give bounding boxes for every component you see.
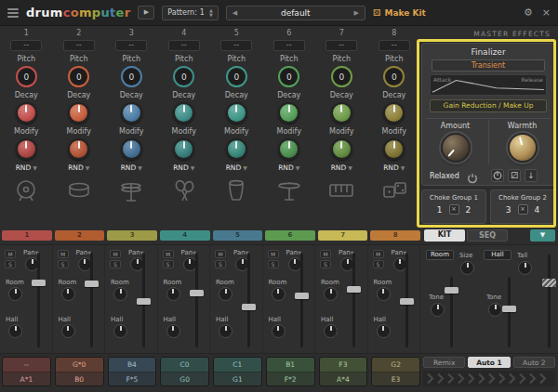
close-icon[interactable]: × [542,7,551,19]
solo-button[interactable]: S [215,260,226,268]
channel-fader-handle[interactable] [32,280,46,286]
solo-button[interactable]: S [163,260,174,268]
solo-button[interactable]: S [320,260,331,268]
mute-button[interactable]: M [110,250,121,258]
rnd-selector[interactable]: RND▼ [68,163,89,172]
modify-knob[interactable] [383,138,405,160]
note-display-top[interactable]: G2 [372,358,419,372]
settings-gear-icon[interactable]: ⚙ [524,7,533,19]
pattern-stepper[interactable]: ▲ ▼ [209,8,213,17]
room-send-knob[interactable] [8,287,22,301]
note-display-top[interactable]: G*0 [56,358,103,372]
decay-knob[interactable] [226,102,247,124]
modify-knob[interactable] [68,138,89,160]
auto1-button[interactable]: Auto 1 [468,357,510,368]
channel-select-bar-8[interactable]: 8 [370,230,420,241]
channel-select-bar-7[interactable]: 7 [318,230,368,241]
rnd-selector[interactable]: RND▼ [16,163,37,172]
hall-send-knob[interactable] [219,324,232,338]
tab-seq[interactable]: SEQ [467,229,508,242]
shaker-icon[interactable] [170,174,198,207]
channel-select-bar-5[interactable]: 5 [213,230,263,241]
channel-fader-handle[interactable] [400,298,414,305]
hall-send-knob[interactable] [324,324,338,338]
channel-select-bar-1[interactable]: 1 [2,230,52,241]
decay-knob[interactable] [16,102,37,124]
note-display-bottom[interactable]: B0 [56,372,103,386]
play-button[interactable]: ▶ [138,6,154,20]
gain-reduction-button[interactable]: Gain Reduction / Make Up [430,99,547,112]
decay-knob[interactable] [278,102,299,124]
cymbal-icon[interactable] [275,174,303,207]
decay-knob[interactable] [173,102,194,124]
rnd-selector[interactable]: RND▼ [383,163,405,172]
note-display-bottom[interactable]: G0 [161,372,208,386]
modify-knob[interactable] [278,138,299,160]
room-fader-handle[interactable] [445,287,458,294]
choke-1-clear-icon[interactable]: × [449,204,459,215]
tab-kit[interactable]: KIT [424,229,465,242]
note-display-bottom[interactable]: A*4 [320,372,367,386]
auto2-button[interactable]: Auto 2 [513,357,555,368]
room-size-knob[interactable] [460,261,474,275]
mute-button[interactable]: M [373,250,384,258]
hall-send-knob[interactable] [377,324,391,338]
room-chip[interactable]: Room [426,250,454,260]
note-display-bottom[interactable]: A*1 [3,372,50,386]
master-fader-handle[interactable] [542,279,556,287]
decay-knob[interactable] [331,102,352,124]
room-send-knob[interactable] [113,287,127,301]
automation-strip[interactable] [423,371,555,386]
envelope-graph[interactable]: Attack Release [430,74,547,96]
pattern-selector[interactable]: Pattern: 1 ▲ ▼ [162,6,218,20]
decay-knob[interactable] [383,102,405,124]
note-display-bottom[interactable]: F*5 [109,372,156,386]
modify-knob[interactable] [121,138,142,160]
room-tone-knob[interactable] [431,303,445,317]
note-display-top[interactable]: C1 [214,358,261,372]
room-send-knob[interactable] [166,287,180,301]
hall-send-knob[interactable] [272,324,286,338]
hall-send-knob[interactable] [166,324,180,338]
hall-fader-handle[interactable] [502,306,516,312]
next-preset-icon[interactable]: ▶ [353,9,358,17]
warmth-knob[interactable] [508,133,538,163]
choke-2-clear-icon[interactable]: × [518,204,528,215]
expand-button[interactable]: ▼ [530,229,555,242]
snare-drum-icon[interactable] [65,174,93,207]
choke-2-pad-right[interactable]: 4 [535,205,540,215]
channel-fader-handle[interactable] [347,286,361,293]
rnd-selector[interactable]: RND▼ [173,163,194,172]
download-arrow-icon[interactable]: ↓ [525,169,538,182]
channel-fader[interactable] [247,253,250,347]
conga-icon[interactable] [222,174,250,207]
channel-fader[interactable] [300,253,303,347]
channel-fader[interactable] [352,253,355,347]
power-icon[interactable] [467,170,478,188]
modify-knob[interactable] [226,138,247,160]
choke-2-pad-left[interactable]: 3 [506,205,512,215]
note-display-bottom[interactable]: F*2 [267,372,314,386]
hall-tone-knob[interactable] [488,303,502,317]
hall-send-knob[interactable] [8,324,22,338]
transient-mode-selector[interactable]: Transient [432,59,545,72]
solo-button[interactable]: S [58,260,69,268]
room-send-knob[interactable] [377,287,391,301]
amount-knob[interactable] [441,133,471,163]
room-send-knob[interactable] [324,287,338,301]
preset-selector[interactable]: ◀ default ▶ [226,6,365,20]
note-display-top[interactable]: B4 [109,358,156,372]
hall-fader[interactable] [508,277,511,347]
note-display-top[interactable]: -- [3,358,50,372]
pitch-knob[interactable]: 0 [226,66,247,87]
modify-knob[interactable] [331,138,352,160]
kick-drum-icon[interactable] [12,174,40,207]
remix-button[interactable]: Remix [423,357,465,368]
room-send-knob[interactable] [61,287,75,301]
channel-fader[interactable] [37,253,40,347]
note-display-bottom[interactable]: E3 [372,372,419,386]
master-fader[interactable] [548,255,551,347]
mute-button[interactable]: M [268,250,279,258]
dice-icon[interactable] [380,174,408,207]
pitch-knob[interactable]: 0 [16,66,37,87]
